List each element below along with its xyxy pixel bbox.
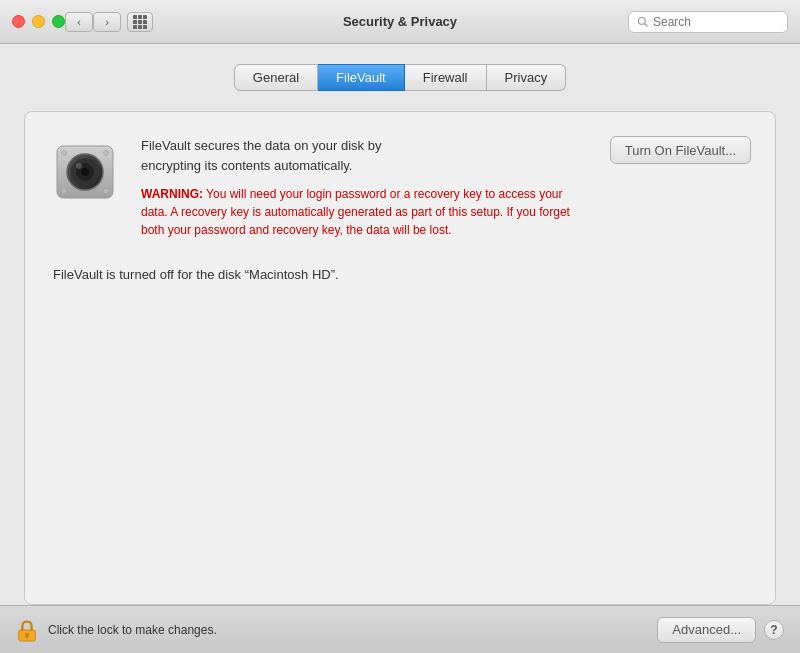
lock-text: Click the lock to make changes. xyxy=(48,623,657,637)
panel: FileVault secures the data on your disk … xyxy=(24,111,776,605)
search-box[interactable] xyxy=(628,11,788,33)
svg-point-9 xyxy=(104,151,109,156)
advanced-button[interactable]: Advanced... xyxy=(657,617,756,643)
window-title: Security & Privacy xyxy=(343,14,457,29)
turn-on-filevault-button[interactable]: Turn On FileVault... xyxy=(610,136,751,164)
filevault-icon xyxy=(49,136,121,208)
tab-filevault[interactable]: FileVault xyxy=(318,64,405,91)
warning-text: WARNING: You will need your login passwo… xyxy=(141,185,590,239)
tab-bar: General FileVault Firewall Privacy xyxy=(234,64,566,91)
lock-icon[interactable] xyxy=(16,618,38,642)
svg-rect-14 xyxy=(26,636,28,639)
titlebar: ‹ › Security & Privacy xyxy=(0,0,800,44)
description: FileVault secures the data on your disk … xyxy=(141,136,590,175)
close-button[interactable] xyxy=(12,15,25,28)
status-text: FileVault is turned off for the disk “Ma… xyxy=(49,267,751,282)
help-button[interactable]: ? xyxy=(764,620,784,640)
svg-line-1 xyxy=(645,23,648,26)
search-input[interactable] xyxy=(653,15,779,29)
tab-firewall[interactable]: Firewall xyxy=(405,64,487,91)
svg-point-11 xyxy=(104,189,109,194)
svg-point-0 xyxy=(639,17,646,24)
forward-button[interactable]: › xyxy=(93,12,121,32)
main-content: General FileVault Firewall Privacy xyxy=(0,44,800,605)
svg-point-10 xyxy=(62,189,67,194)
svg-point-7 xyxy=(76,163,82,169)
svg-point-8 xyxy=(62,151,67,156)
grid-icon xyxy=(133,15,147,29)
svg-point-6 xyxy=(81,168,89,176)
traffic-lights xyxy=(12,15,65,28)
maximize-button[interactable] xyxy=(52,15,65,28)
tab-privacy[interactable]: Privacy xyxy=(487,64,567,91)
bottom-bar: Click the lock to make changes. Advanced… xyxy=(0,605,800,653)
tab-general[interactable]: General xyxy=(234,64,318,91)
panel-text-area: FileVault secures the data on your disk … xyxy=(141,136,590,239)
back-button[interactable]: ‹ xyxy=(65,12,93,32)
panel-top: FileVault secures the data on your disk … xyxy=(49,136,751,239)
search-icon xyxy=(637,16,649,28)
grid-button[interactable] xyxy=(127,12,153,32)
minimize-button[interactable] xyxy=(32,15,45,28)
warning-label: WARNING: xyxy=(141,187,203,201)
